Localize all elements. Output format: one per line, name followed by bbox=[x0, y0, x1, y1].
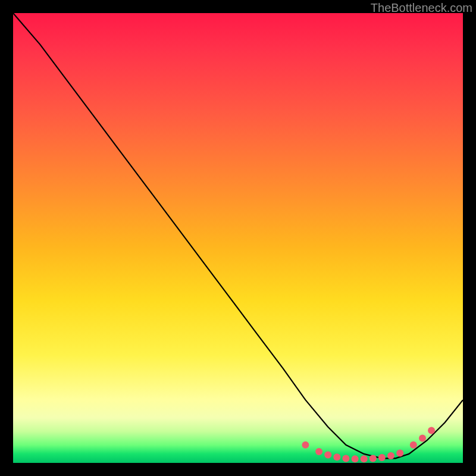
chart-stage: TheBottleneck.com bbox=[0, 0, 476, 476]
heat-gradient-plot bbox=[13, 13, 463, 463]
watermark-label: TheBottleneck.com bbox=[371, 1, 472, 15]
